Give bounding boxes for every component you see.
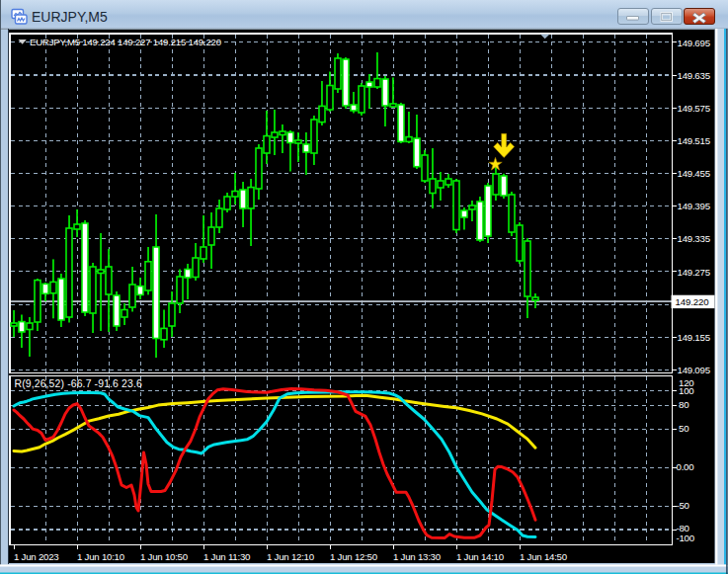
svg-text:149.155: 149.155 [678,332,710,343]
svg-text:149.395: 149.395 [678,201,710,211]
svg-text:-100: -100 [677,533,695,543]
svg-text:1 Jun 11:30: 1 Jun 11:30 [203,551,251,562]
svg-text:149.635: 149.635 [678,70,710,81]
svg-text:100: 100 [679,385,694,396]
svg-text:149.695: 149.695 [678,38,710,48]
svg-text:1 Jun 12:10: 1 Jun 12:10 [267,551,315,562]
svg-text:50: 50 [679,423,689,434]
svg-text:1 Jun 14:10: 1 Jun 14:10 [456,551,505,562]
svg-text:149.455: 149.455 [678,168,710,179]
svg-text:1 Jun 14:50: 1 Jun 14:50 [520,551,568,562]
svg-text:149.515: 149.515 [678,135,710,146]
svg-text:149.575: 149.575 [678,103,710,114]
svg-text:80: 80 [679,399,689,410]
svg-text:149.275: 149.275 [678,267,710,278]
svg-text:1 Jun 13:30: 1 Jun 13:30 [393,551,442,562]
svg-text:EURJPY,M5 149.224 149.227 149.: EURJPY,M5 149.224 149.227 149.215 149.22… [30,37,221,47]
svg-text:1 Jun 12:50: 1 Jun 12:50 [330,551,378,562]
svg-text:149.220: 149.220 [676,296,710,307]
svg-text:1 Jun 2023: 1 Jun 2023 [14,551,58,562]
svg-text:1 Jun 10:50: 1 Jun 10:50 [140,551,189,562]
svg-text:149.335: 149.335 [678,233,710,244]
svg-text:149.095: 149.095 [678,365,710,375]
svg-text:1 Jun 10:10: 1 Jun 10:10 [77,551,125,562]
svg-text:EURJPY,M5: EURJPY,M5 [32,9,108,25]
svg-text:R(9,26,52) -66.7 -91.6 23.6: R(9,26,52) -66.7 -91.6 23.6 [15,378,142,389]
svg-text:-50: -50 [677,500,690,511]
svg-text:0.00: 0.00 [677,461,695,472]
